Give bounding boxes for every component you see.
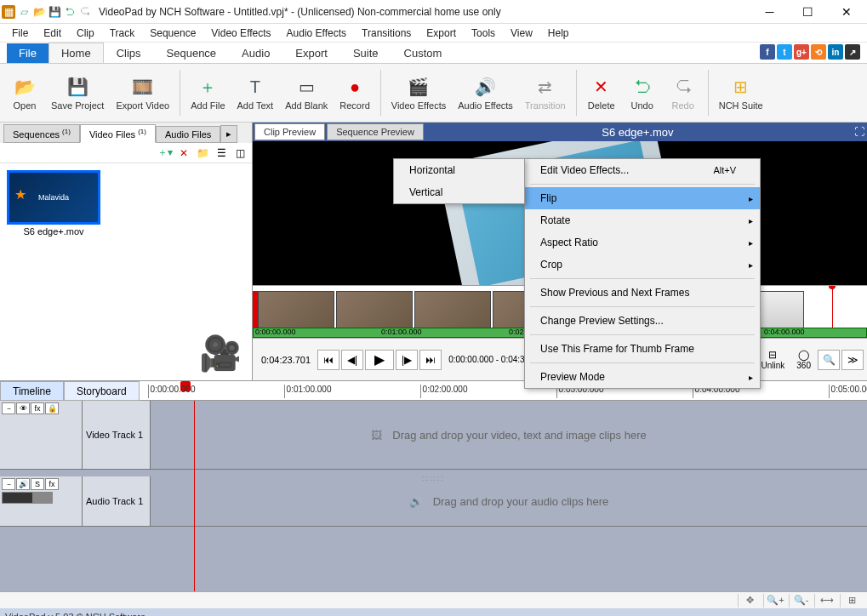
zoom-button[interactable]: 🔍 bbox=[818, 350, 840, 370]
twitter-icon[interactable]: t bbox=[777, 44, 792, 60]
tab-clip-preview[interactable]: Clip Preview bbox=[254, 123, 325, 140]
track-collapse-icon[interactable]: － bbox=[2, 478, 15, 490]
bin-grid-icon[interactable]: ◫ bbox=[231, 145, 248, 161]
tl-zoomout-icon[interactable]: 🔍- bbox=[789, 594, 813, 607]
bin-content[interactable]: Malavida S6 edge+.mov 🎥 bbox=[0, 163, 252, 380]
audio-effects-button[interactable]: 🔊Audio Effects bbox=[453, 73, 518, 112]
track-visibility-icon[interactable]: 👁 bbox=[16, 402, 30, 414]
save-project-button[interactable]: 💾Save Project bbox=[46, 73, 109, 112]
qat-redo-icon[interactable]: ⮎ bbox=[78, 5, 92, 19]
ctx-crop[interactable]: Crop▸ bbox=[525, 254, 760, 276]
track-collapse-icon[interactable]: － bbox=[2, 402, 15, 414]
qat-new-icon[interactable]: ▱ bbox=[17, 5, 31, 19]
linkedin-icon[interactable]: in bbox=[828, 44, 843, 60]
menu-track[interactable]: Track bbox=[103, 26, 142, 41]
tl-fit-icon[interactable]: ⟷ bbox=[814, 594, 838, 607]
menu-edit[interactable]: Edit bbox=[37, 26, 68, 41]
track-solo-icon[interactable]: S bbox=[31, 478, 44, 490]
track-mute-icon[interactable]: 🔊 bbox=[16, 478, 30, 490]
redo-button[interactable]: ⮎Redo bbox=[664, 73, 703, 112]
view-360-button[interactable]: ◯360 bbox=[791, 349, 816, 370]
menu-help[interactable]: Help bbox=[541, 26, 576, 41]
stumble-icon[interactable]: ⟲ bbox=[811, 44, 826, 60]
forward-end-button[interactable]: ⏭ bbox=[419, 350, 442, 370]
bin-folder-icon[interactable]: 📁 bbox=[194, 145, 211, 161]
tl-zoomin-icon[interactable]: 🔍+ bbox=[763, 594, 787, 607]
menu-transitions[interactable]: Transitions bbox=[355, 26, 418, 41]
play-button[interactable]: ▶ bbox=[365, 350, 394, 370]
delete-button[interactable]: ✕Delete bbox=[582, 73, 621, 112]
bin-list-icon[interactable]: ☰ bbox=[213, 145, 230, 161]
bin-tab-sequences[interactable]: Sequences (1) bbox=[3, 124, 80, 143]
close-button[interactable]: ✕ bbox=[827, 0, 865, 24]
step-back-button[interactable]: ◀| bbox=[341, 350, 363, 370]
menu-export[interactable]: Export bbox=[419, 26, 463, 41]
add-text-button[interactable]: TAdd Text bbox=[232, 73, 279, 112]
ribbon-tab-suite[interactable]: Suite bbox=[340, 43, 391, 63]
tab-storyboard[interactable]: Storyboard bbox=[64, 381, 140, 401]
step-forward-button[interactable]: |▶ bbox=[396, 350, 418, 370]
minimize-button[interactable]: ─ bbox=[750, 0, 789, 24]
ctx-edit-effects[interactable]: Edit Video Effects...Alt+V bbox=[525, 159, 760, 181]
tab-timeline[interactable]: Timeline bbox=[0, 381, 64, 401]
export-video-button[interactable]: 🎞️Export Video bbox=[111, 73, 174, 112]
transition-button[interactable]: ⇄Transition bbox=[520, 73, 571, 112]
ribbon-tab-export[interactable]: Export bbox=[282, 43, 340, 63]
menu-video-effects[interactable]: Video Effects bbox=[204, 26, 277, 41]
audio-track-label[interactable]: Audio Track 1 bbox=[83, 476, 151, 526]
undo-button[interactable]: ⮌Undo bbox=[623, 73, 662, 112]
ribbon-tab-sequence[interactable]: Sequence bbox=[154, 43, 230, 63]
menu-tools[interactable]: Tools bbox=[465, 26, 502, 41]
add-file-button[interactable]: ＋Add File bbox=[185, 73, 230, 112]
ribbon-tab-audio[interactable]: Audio bbox=[229, 43, 282, 63]
clip-thumbnail[interactable]: Malavida S6 edge+.mov bbox=[7, 170, 100, 238]
video-effects-button[interactable]: 🎬Video Effects bbox=[386, 73, 451, 112]
rewind-start-button[interactable]: ⏮ bbox=[317, 350, 339, 370]
ctx-preview-mode[interactable]: Preview Mode▸ bbox=[525, 366, 760, 388]
ribbon-tab-custom[interactable]: Custom bbox=[391, 43, 455, 63]
ctx-flip-vertical[interactable]: Vertical bbox=[394, 181, 524, 203]
record-button[interactable]: ●Record bbox=[334, 73, 374, 112]
expand-icon[interactable]: ⛶ bbox=[852, 126, 867, 138]
ribbon-tab-clips[interactable]: Clips bbox=[104, 43, 154, 63]
video-track-label[interactable]: Video Track 1 bbox=[83, 401, 151, 469]
menu-audio-effects[interactable]: Audio Effects bbox=[280, 26, 354, 41]
ribbon-tab-home[interactable]: Home bbox=[48, 43, 104, 63]
filmstrip-cursor[interactable] bbox=[832, 286, 833, 328]
menu-view[interactable]: View bbox=[504, 26, 539, 41]
track-fx-icon[interactable]: fx bbox=[45, 478, 59, 490]
filmstrip-frame[interactable] bbox=[414, 291, 491, 334]
ctx-rotate[interactable]: Rotate▸ bbox=[525, 209, 760, 231]
menu-sequence[interactable]: Sequence bbox=[143, 26, 202, 41]
ctx-change-preview[interactable]: Change Preview Settings... bbox=[525, 310, 760, 332]
add-blank-button[interactable]: ▭Add Blank bbox=[280, 73, 333, 112]
filmstrip-frame[interactable] bbox=[336, 291, 413, 334]
track-fx-icon[interactable]: fx bbox=[31, 402, 44, 414]
tab-sequence-preview[interactable]: Sequence Preview bbox=[327, 123, 424, 140]
open-button[interactable]: 📂Open bbox=[5, 73, 44, 112]
share-icon[interactable]: ↗ bbox=[845, 44, 860, 60]
ctx-flip[interactable]: Flip▸ bbox=[525, 187, 760, 209]
bin-add-icon[interactable]: ＋▾ bbox=[157, 145, 174, 161]
tl-snap-icon[interactable]: ⊞ bbox=[840, 594, 864, 607]
googleplus-icon[interactable]: g+ bbox=[794, 44, 809, 60]
ribbon-file-tab[interactable]: File bbox=[7, 43, 48, 63]
ctx-flip-horizontal[interactable]: Horizontal bbox=[394, 159, 524, 181]
unlink-button[interactable]: ⊟Unlink bbox=[756, 349, 790, 370]
bin-tab-more[interactable]: ▸ bbox=[220, 125, 237, 143]
menu-file[interactable]: File bbox=[5, 26, 35, 41]
ctx-show-frames[interactable]: Show Previous and Next Frames bbox=[525, 282, 760, 304]
ctx-use-thumb[interactable]: Use This Frame for Thumb Frame bbox=[525, 338, 760, 360]
menu-clip[interactable]: Clip bbox=[70, 26, 101, 41]
volume-slider[interactable] bbox=[2, 492, 53, 504]
facebook-icon[interactable]: f bbox=[760, 44, 775, 60]
filmstrip-frame[interactable] bbox=[258, 291, 334, 334]
audio-track-body[interactable]: 🔊 Drag and drop your audio clips here bbox=[151, 476, 867, 526]
qat-undo-icon[interactable]: ⮌ bbox=[63, 5, 77, 19]
more-button[interactable]: ≫ bbox=[841, 350, 864, 370]
bin-tab-audio-files[interactable]: Audio Files bbox=[156, 126, 220, 143]
bin-tab-video-files[interactable]: Video Files (1) bbox=[80, 124, 156, 143]
qat-save-icon[interactable]: 💾 bbox=[48, 5, 61, 19]
tl-move-icon[interactable]: ✥ bbox=[738, 594, 761, 607]
qat-open-icon[interactable]: 📂 bbox=[32, 5, 46, 19]
